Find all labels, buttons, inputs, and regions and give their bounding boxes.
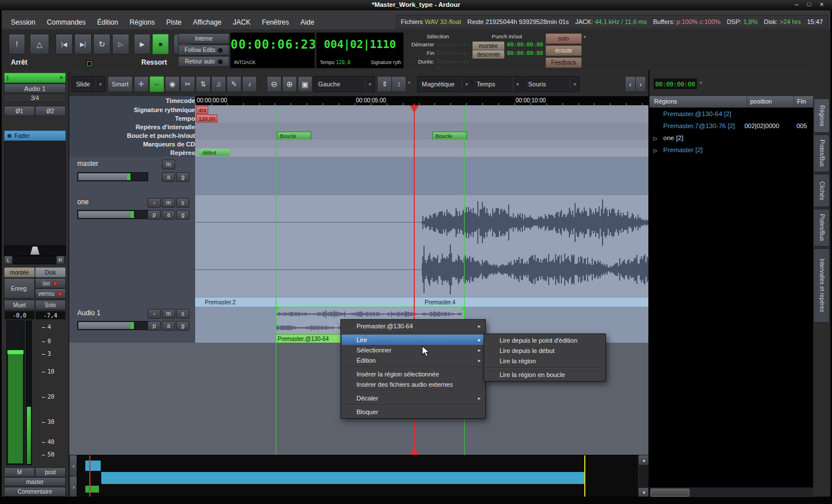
lock-button[interactable]: verrou — [35, 288, 66, 299]
sel-end-value[interactable]: --:--:--:-- — [437, 50, 472, 58]
strip-punch-in-button[interactable]: montée — [4, 267, 35, 277]
mute-track-button[interactable]: m — [162, 309, 175, 319]
regions-hscrollbar[interactable] — [649, 487, 814, 497]
playlist-button[interactable]: p — [148, 210, 161, 220]
menu-item-decaler[interactable]: Décaler▸ — [342, 393, 485, 403]
summary-zoom-in-button[interactable]: ▴ — [638, 455, 649, 465]
track-fader[interactable] — [77, 172, 148, 181]
tool-grab-button[interactable]: ✛ — [134, 76, 149, 92]
submenu-item-lire-debut[interactable]: Lire depuis le début — [485, 346, 605, 356]
loop-button[interactable]: ↻ — [93, 34, 110, 54]
menu-item-inserer-region[interactable]: Insérer la région sélectionnée — [342, 369, 485, 379]
tool-cut-button[interactable]: ✂ — [180, 76, 195, 92]
automation-button[interactable]: a — [162, 321, 175, 331]
track-name[interactable]: master — [77, 160, 98, 168]
range-ruler[interactable] — [195, 122, 649, 132]
minimize-button[interactable]: – — [791, 1, 802, 9]
panner-handle[interactable] — [30, 247, 39, 255]
tab-track-groups[interactable]: Pistes/Bus — [814, 209, 830, 247]
tool-draw-button[interactable]: ✎ — [227, 76, 241, 92]
cd-marker-ruler[interactable] — [195, 140, 649, 149]
menu-piste[interactable]: Piste — [160, 18, 187, 26]
gain-fader[interactable] — [6, 320, 25, 465]
nav-next-button[interactable]: › — [635, 76, 646, 92]
tab-tracks-busses[interactable]: Pistes/Bus — [814, 134, 830, 172]
menu-commandes[interactable]: Commandes — [41, 18, 92, 26]
marker-ruler[interactable]: début — [195, 148, 649, 157]
auto-return-button[interactable]: Retour auto — [178, 56, 229, 67]
phase-1-button[interactable]: Ø1 — [4, 106, 35, 116]
region-premaster-2[interactable]: Premaster.2 — [195, 195, 422, 307]
menu-fenetres[interactable]: Fenêtres — [256, 18, 295, 26]
submenu-item-lire-point-edition[interactable]: Lire depuis le point d'édition — [485, 335, 605, 346]
secondary-clock[interactable]: 004|02|1110 Tempo 120,0 Signature ryth — [316, 32, 404, 69]
scrollbar-thumb[interactable] — [651, 489, 690, 497]
tool-audition-button[interactable]: ♫ — [211, 76, 226, 92]
expand-arrow-icon[interactable]: ▷ — [653, 136, 657, 141]
panner-slider[interactable] — [4, 245, 66, 256]
fader-tab[interactable]: Fader — [4, 130, 66, 141]
playlist-button[interactable]: p — [148, 321, 161, 331]
region-name-bar[interactable]: Premaster.2 — [195, 297, 422, 307]
primary-clock[interactable]: 00:00:06:23 INT/JACK — [230, 32, 315, 69]
tab-regions[interactable]: Régions — [814, 98, 830, 133]
go-start-button[interactable]: |◀ — [56, 34, 73, 54]
tool-edit-notes-button[interactable]: ♪ — [242, 76, 257, 92]
region-list-row[interactable]: ▷ Premaster [2] — [649, 145, 814, 157]
metronome-button[interactable]: △ — [30, 34, 49, 54]
edit-point-select[interactable]: Gauche▼ — [314, 76, 375, 92]
mono-button[interactable]: M — [4, 467, 35, 477]
column-regions[interactable]: Régions — [654, 98, 677, 105]
track-header-one[interactable]: one ● m s p a g — [69, 195, 196, 307]
region-name-bar[interactable]: Premaster.4 — [422, 297, 649, 307]
toolbar-caret-icon[interactable]: ▾ — [408, 80, 410, 85]
gain-display[interactable]: -0,0 — [4, 311, 35, 320]
punch-out-time[interactable]: 00:00:00:00 — [505, 50, 542, 58]
pan-right-button[interactable]: R — [56, 256, 65, 264]
record-arm-button[interactable]: ● — [148, 309, 161, 319]
playhead-top-marker[interactable] — [410, 105, 419, 113]
automation-button[interactable]: a — [162, 210, 175, 220]
feedback-button[interactable]: Feedback — [545, 57, 582, 68]
mute-track-button[interactable]: m — [162, 198, 175, 208]
punch-in-time[interactable]: 00:00:00:00 — [505, 41, 542, 50]
punch-out-button[interactable]: descente — [472, 50, 505, 59]
menu-regions[interactable]: Régions — [124, 18, 160, 26]
output-button[interactable]: master — [4, 477, 66, 486]
mute-track-button[interactable]: m — [162, 160, 175, 169]
drag-handle-icon[interactable]: ∥ — [5, 75, 9, 81]
meter-point-button[interactable]: post — [35, 467, 66, 477]
automation-button[interactable]: a — [162, 172, 175, 182]
track-content-one[interactable]: Premaster.2 Premaster.4 — [195, 195, 649, 307]
play-range-button[interactable]: ▷ — [112, 34, 129, 54]
track-name[interactable]: Audio 1 — [77, 309, 101, 317]
mute-button[interactable]: Muet — [4, 300, 35, 310]
strip-close-icon[interactable]: ✕ — [59, 75, 65, 81]
region-list-row[interactable]: Premaster.7@130-76 [2] 002|02|0000 005 — [649, 121, 814, 133]
expand-arrow-icon[interactable]: ▷ — [653, 148, 657, 153]
titlebar[interactable]: *Master_Work_type - Ardour – □ × — [0, 0, 832, 10]
close-button[interactable]: × — [816, 0, 827, 9]
signature-ruler[interactable]: 4/4 — [195, 105, 649, 114]
zoom-fit-button[interactable]: ▣ — [298, 76, 312, 92]
track-name[interactable]: one — [77, 198, 89, 206]
shrink-tracks-button[interactable]: ↕ — [391, 76, 406, 92]
edit-mode-select[interactable]: Slide▼ — [72, 76, 105, 92]
submenu-item-lire-region-boucle[interactable]: Lire la région en boucle — [485, 370, 605, 380]
zoom-focus-select[interactable]: Souris▼ — [524, 76, 580, 92]
menu-item-selectionner[interactable]: Sélectionner▸ — [342, 345, 485, 355]
loop-punch-ruler[interactable]: Boucle Boucle — [195, 131, 649, 140]
menu-edition[interactable]: Édition — [92, 18, 124, 26]
solo-caret-icon[interactable]: ▾ — [584, 34, 586, 39]
tool-zoom-button[interactable]: ◉ — [165, 76, 180, 92]
fade-handle-icon[interactable] — [462, 307, 465, 310]
group-button[interactable]: g — [176, 172, 189, 182]
summary-view[interactable] — [77, 455, 639, 497]
mini-clock-caret-icon[interactable]: ▾ — [700, 80, 702, 85]
iso-button[interactable]: iso — [35, 278, 66, 288]
loop-start-marker[interactable]: Boucle — [277, 132, 311, 140]
tempo-ruler[interactable]: 120,00 — [195, 114, 649, 123]
smart-mode-button[interactable]: Smart — [108, 76, 133, 92]
track-header-master[interactable]: master m a g — [69, 157, 196, 196]
track-header-audio1[interactable]: Audio 1 ● m s p a g — [69, 307, 196, 343]
